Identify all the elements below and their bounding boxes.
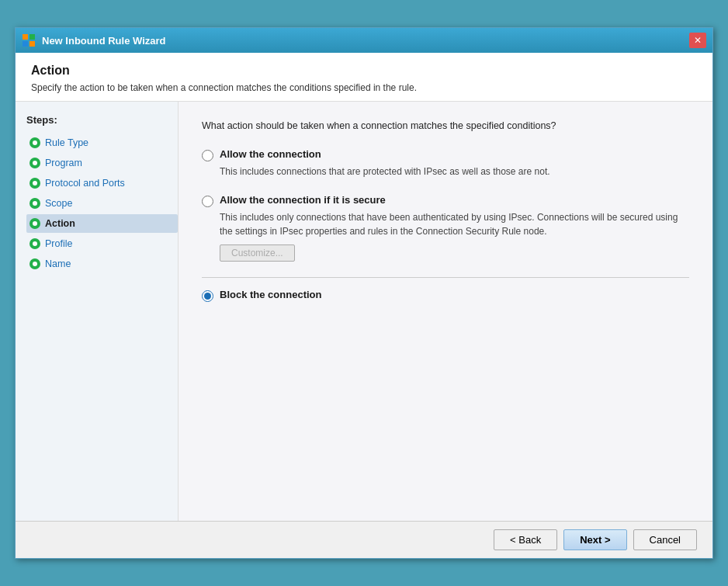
page-title: Action: [31, 64, 697, 78]
step-dot-profile: [29, 238, 40, 249]
sidebar-item-profile[interactable]: Profile: [26, 234, 178, 253]
option-group-block: Block the connection: [202, 289, 689, 302]
option-row-allow-secure: Allow the connection if it is secure: [202, 194, 689, 207]
window-title: New Inbound Rule Wizard: [42, 35, 166, 47]
steps-label: Steps:: [26, 114, 178, 126]
step-dot-program: [29, 158, 40, 168]
option-label-allow: Allow the connection: [220, 148, 321, 160]
svg-rect-2: [23, 41, 28, 47]
firewall-icon: [22, 33, 36, 47]
sidebar: Steps: Rule Type Program Protocol and Po…: [16, 102, 179, 521]
option-group-allow: Allow the connectionThis includes connec…: [202, 148, 689, 179]
sidebar-item-name[interactable]: Name: [26, 255, 178, 273]
sidebar-item-action[interactable]: Action: [26, 214, 178, 233]
customize-button[interactable]: Customize...: [220, 244, 295, 262]
title-bar: New Inbound Rule Wizard ✕: [16, 28, 712, 53]
step-label-profile: Profile: [45, 238, 72, 249]
title-bar-left: New Inbound Rule Wizard: [22, 33, 166, 47]
sidebar-item-program[interactable]: Program: [26, 154, 178, 172]
step-dot-action: [29, 218, 40, 229]
step-label-scope: Scope: [45, 198, 72, 209]
footer: < Back Next > Cancel: [16, 521, 712, 558]
step-label-name: Name: [45, 258, 71, 269]
option-row-allow: Allow the connection: [202, 148, 689, 161]
divider: [202, 277, 689, 278]
question-text: What action should be taken when a conne…: [202, 120, 689, 131]
radio-allow-secure[interactable]: [202, 196, 213, 207]
option-row-block: Block the connection: [202, 289, 689, 302]
svg-rect-0: [23, 34, 28, 40]
close-button[interactable]: ✕: [689, 33, 706, 48]
option-label-allow-secure: Allow the connection if it is secure: [220, 194, 386, 206]
radio-block[interactable]: [202, 290, 213, 302]
option-desc-allow-secure: This includes only connections that have…: [220, 210, 689, 238]
step-dot-name: [29, 258, 40, 269]
sidebar-item-scope[interactable]: Scope: [26, 194, 178, 213]
step-label-action: Action: [45, 218, 75, 229]
option-group-allow-secure: Allow the connection if it is secureThis…: [202, 194, 689, 262]
main-window: New Inbound Rule Wizard ✕ Action Specify…: [15, 27, 713, 559]
sidebar-item-protocol-ports[interactable]: Protocol and Ports: [26, 174, 178, 192]
svg-rect-1: [29, 34, 35, 40]
sidebar-item-rule-type[interactable]: Rule Type: [26, 133, 178, 152]
step-label-rule-type: Rule Type: [45, 137, 88, 148]
step-dot-scope: [29, 198, 40, 209]
back-button[interactable]: < Back: [494, 529, 557, 550]
main-content: Steps: Rule Type Program Protocol and Po…: [16, 102, 712, 521]
step-label-program: Program: [45, 158, 82, 168]
step-label-protocol-ports: Protocol and Ports: [45, 178, 125, 189]
step-dot-protocol-ports: [29, 178, 40, 189]
content-area: What action should be taken when a conne…: [179, 102, 712, 521]
option-label-block: Block the connection: [220, 289, 321, 300]
step-dot-rule-type: [29, 137, 40, 148]
radio-allow[interactable]: [202, 150, 213, 161]
page-description: Specify the action to be taken when a co…: [31, 82, 697, 93]
svg-rect-3: [29, 41, 35, 47]
next-button[interactable]: Next >: [563, 529, 626, 550]
cancel-button[interactable]: Cancel: [633, 529, 697, 550]
header-area: Action Specify the action to be taken wh…: [16, 53, 712, 102]
option-desc-allow: This includes connections that are prote…: [220, 165, 689, 179]
